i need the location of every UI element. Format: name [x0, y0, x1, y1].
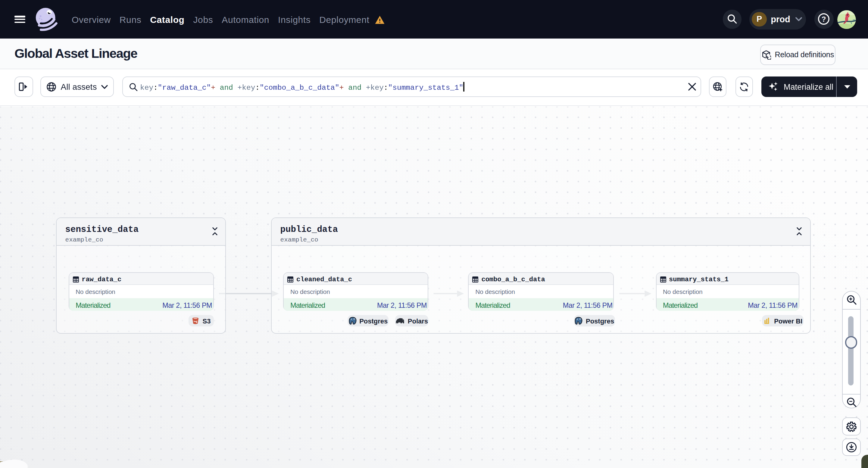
svg-text:?: ? [822, 15, 826, 24]
